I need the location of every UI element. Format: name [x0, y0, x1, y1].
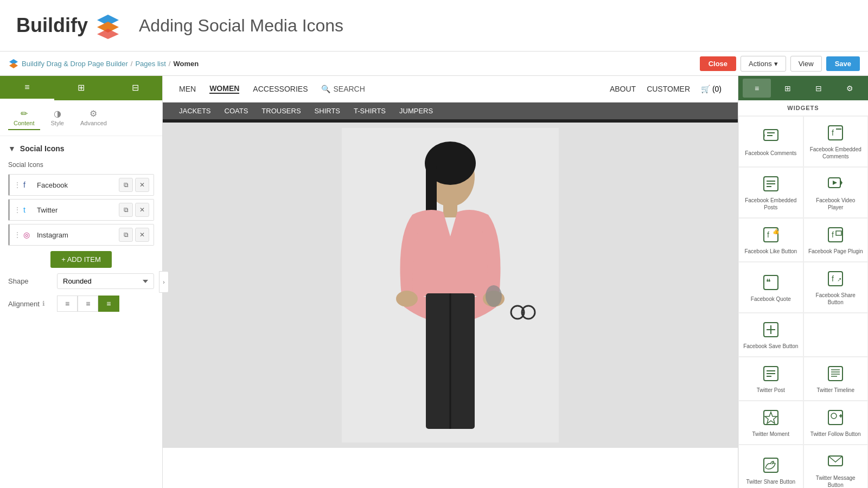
nav-search[interactable]: 🔍 SEARCH — [321, 85, 365, 93]
canvas-image-area — [163, 123, 738, 448]
svg-rect-50 — [828, 367, 843, 381]
subnav-jackets[interactable]: JACKETS — [179, 107, 211, 115]
breadcrumb-app-link[interactable]: Buildify Drag & Drop Page Builder — [22, 60, 128, 68]
search-icon: 🔍 — [321, 85, 330, 93]
align-right-button[interactable]: ≡ — [98, 296, 119, 312]
svg-text:f: f — [832, 274, 834, 283]
save-button[interactable]: Save — [826, 56, 860, 71]
panel-subtabs: ✏ Content ◑ Style ⚙ Advanced — [0, 100, 162, 136]
widget-facebook-embedded-comments-label: Facebook Embedded Comments — [808, 146, 864, 160]
subnav-coats[interactable]: COATS — [225, 107, 248, 115]
align-left-button[interactable]: ≡ — [57, 296, 78, 312]
facebook-like-button-icon: f👍 — [761, 225, 781, 245]
builder-toolbar: Buildify Drag & Drop Page Builder / Page… — [0, 52, 868, 76]
right-tab-settings[interactable]: ⚙ — [835, 79, 864, 98]
widget-twitter-share-button-label: Twitter Share Button — [746, 478, 795, 485]
tab-advanced[interactable]: ⚙ Advanced — [75, 106, 112, 130]
widget-facebook-page-plugin[interactable]: f Facebook Page Plugin — [803, 218, 869, 262]
canvas-inner: MEN WOMEN ACCESSORIES 🔍 SEARCH ABOUT CUS… — [163, 76, 738, 488]
widget-twitter-post[interactable]: Twitter Post — [738, 357, 803, 401]
widget-twitter-share-button[interactable]: Twitter Share Button — [738, 445, 803, 488]
twitter-follow-button-icon — [826, 408, 845, 427]
right-tab-tree[interactable]: ⊟ — [805, 79, 833, 98]
tab-style[interactable]: ◑ Style — [46, 106, 69, 130]
facebook-delete-button[interactable]: ✕ — [135, 178, 149, 192]
canvas-area: MEN WOMEN ACCESSORIES 🔍 SEARCH ABOUT CUS… — [163, 76, 738, 488]
subnav-tshirts[interactable]: T-SHIRTS — [354, 107, 386, 115]
widget-facebook-video-player-label: Facebook Video Player — [808, 197, 864, 211]
subnav-shirts[interactable]: SHIRTS — [315, 107, 340, 115]
breadcrumb-current: Women — [173, 60, 199, 68]
twitter-copy-button[interactable]: ⧉ — [119, 203, 133, 217]
widget-twitter-message-button[interactable]: Twitter Message Button — [803, 445, 869, 488]
subnav-jumpers[interactable]: JUMPERS — [399, 107, 433, 115]
nav-customer[interactable]: CUSTOMER — [647, 85, 690, 93]
view-button[interactable]: View — [790, 56, 822, 72]
breadcrumb-sep2: / — [169, 60, 171, 68]
drag-handle-icon[interactable]: ⋮ — [14, 206, 21, 214]
twitter-delete-button[interactable]: ✕ — [135, 203, 149, 217]
widget-facebook-share-button[interactable]: f↗ Facebook Share Button — [803, 262, 869, 313]
instagram-copy-button[interactable]: ⧉ — [119, 228, 133, 242]
svg-marker-4 — [9, 63, 18, 68]
twitter-actions: ⧉ ✕ — [119, 203, 149, 217]
advanced-icon: ⚙ — [90, 108, 97, 119]
widget-facebook-video-player[interactable]: Facebook Video Player — [803, 167, 869, 218]
social-item-twitter: ⋮ t Twitter ⧉ ✕ — [8, 199, 154, 221]
panel-tab-grid[interactable]: ⊞ — [54, 76, 108, 100]
close-button[interactable]: Close — [700, 56, 736, 71]
breadcrumb-logo-icon — [8, 58, 19, 69]
style-icon: ◑ — [54, 108, 61, 119]
widget-facebook-save-button-label: Facebook Save Button — [743, 343, 798, 350]
widget-facebook-embedded-comments[interactable]: f Facebook Embedded Comments — [803, 116, 869, 167]
widget-twitter-moment[interactable]: Twitter Moment — [738, 401, 803, 445]
align-center-button[interactable]: ≡ — [78, 296, 98, 312]
svg-text:f: f — [832, 230, 834, 239]
widget-facebook-page-plugin-label: Facebook Page Plugin — [808, 248, 863, 255]
widget-twitter-follow-button[interactable]: Twitter Follow Button — [803, 401, 869, 445]
facebook-quote-icon: ❝ — [761, 273, 781, 292]
right-tab-grid[interactable]: ⊞ — [774, 79, 802, 98]
widget-facebook-save-button[interactable]: Facebook Save Button — [738, 313, 803, 357]
drag-handle-icon[interactable]: ⋮ — [14, 231, 21, 239]
widget-twitter-post-label: Twitter Post — [757, 387, 785, 394]
widget-twitter-timeline[interactable]: Twitter Timeline — [803, 357, 869, 401]
widget-facebook-like-button-label: Facebook Like Button — [744, 248, 797, 255]
tab-content-label: Content — [14, 120, 35, 126]
widget-facebook-comments[interactable]: f Facebook Comments — [738, 116, 803, 167]
twitter-post-icon — [761, 364, 781, 383]
facebook-page-plugin-icon: f — [826, 225, 845, 245]
facebook-icon: f — [23, 181, 34, 189]
panel-tab-tree[interactable]: ⊟ — [108, 76, 162, 100]
drag-handle-icon[interactable]: ⋮ — [14, 181, 21, 189]
breadcrumb-pages-link[interactable]: Pages list — [135, 60, 165, 68]
widget-facebook-embedded-posts[interactable]: Facebook Embedded Posts — [738, 167, 803, 218]
widget-twitter-moment-label: Twitter Moment — [752, 431, 789, 438]
svg-rect-22 — [828, 126, 843, 140]
instagram-icon: ◎ — [23, 230, 34, 239]
shape-select[interactable]: Square Rounded Circle — [57, 273, 154, 289]
nav-about[interactable]: ABOUT — [610, 85, 636, 93]
tab-content[interactable]: ✏ Content — [8, 106, 40, 130]
facebook-copy-button[interactable]: ⧉ — [119, 178, 133, 192]
nav-men[interactable]: MEN — [179, 85, 196, 93]
breadcrumb-sep1: / — [131, 60, 133, 68]
actions-button[interactable]: Actions ▾ — [741, 56, 786, 72]
subnav-trousers[interactable]: TROUSERS — [261, 107, 301, 115]
nav-cart[interactable]: 🛒 (0) — [701, 85, 722, 93]
nav-women[interactable]: WOMEN — [209, 84, 239, 94]
nav-accessories[interactable]: ACCESSORIES — [253, 85, 308, 93]
facebook-actions: ⧉ ✕ — [119, 178, 149, 192]
section-header: ▼ Social Icons — [8, 144, 154, 153]
right-tab-layout[interactable]: ≡ — [743, 79, 771, 98]
tab-advanced-label: Advanced — [80, 120, 107, 126]
widget-facebook-like-button[interactable]: f👍 Facebook Like Button — [738, 218, 803, 262]
edit-icon: ✏ — [21, 108, 28, 119]
instagram-delete-button[interactable]: ✕ — [135, 228, 149, 242]
widget-twitter-follow-button-label: Twitter Follow Button — [810, 431, 861, 438]
panel-toggle-button[interactable]: › — [159, 271, 169, 293]
svg-rect-9 — [443, 201, 457, 217]
panel-tab-layout[interactable]: ≡ — [0, 76, 54, 100]
widget-facebook-quote[interactable]: ❝ Facebook Quote — [738, 262, 803, 313]
add-item-button[interactable]: + ADD ITEM — [50, 251, 112, 268]
